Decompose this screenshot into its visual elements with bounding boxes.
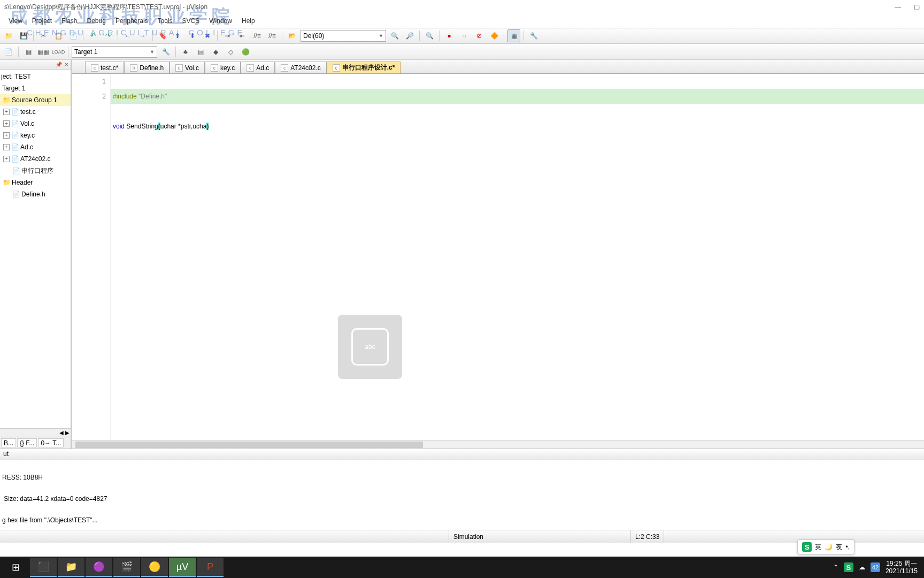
undo-button[interactable]: ↶	[87, 29, 99, 42]
build-output[interactable]: RESS: 10B8H Size: data=41.2 xdata=0 code…	[0, 460, 924, 530]
menu-help[interactable]: Help	[237, 16, 259, 26]
nav-back-button[interactable]: ←	[121, 29, 134, 42]
pin-icon[interactable]: 📌	[56, 62, 62, 67]
rebuild-button[interactable]: ▦▦	[37, 45, 50, 58]
breakpoint-toggle-button[interactable]: ●	[443, 29, 456, 42]
configure-button[interactable]: 🔧	[527, 29, 540, 42]
taskbar-app-explorer[interactable]: 📁	[58, 558, 84, 577]
sidebar-tab-functions[interactable]: {} F...	[17, 438, 37, 447]
expand-icon[interactable]: +	[3, 109, 10, 115]
translate-button[interactable]: 📄	[2, 45, 15, 58]
debug-button[interactable]: 🔍	[423, 29, 436, 42]
tray-chevron-icon[interactable]: ⌃	[833, 564, 838, 571]
tab-serial-c[interactable]: c串行口程序设计.c*	[327, 62, 401, 73]
tray-sogou-icon[interactable]: S	[844, 562, 853, 572]
window-layout-button[interactable]: ▦	[507, 29, 520, 42]
taskbar-app-player[interactable]: 🎬	[113, 558, 140, 577]
menu-project[interactable]: Project	[28, 16, 56, 26]
punct-icon[interactable]: •,	[845, 543, 850, 551]
bookmark-next-button[interactable]: ⬇	[186, 29, 199, 42]
tray-badge[interactable]: 42	[871, 562, 880, 572]
find-button[interactable]: 🔍	[388, 29, 401, 42]
batch-build-button[interactable]: LOAD	[52, 45, 65, 58]
lang-mode[interactable]: 英	[815, 543, 821, 552]
build-button[interactable]: ▦	[22, 45, 35, 58]
tree-project[interactable]: ject: TEST	[0, 71, 71, 82]
redo-button[interactable]: ↷	[102, 29, 114, 42]
minimize-button[interactable]: —	[895, 3, 901, 11]
target-combo[interactable]: Target 1 ▼	[72, 46, 157, 58]
taskbar-app-uvision[interactable]: µV	[169, 558, 196, 577]
tree-file[interactable]: +📄Vol.c	[0, 118, 71, 130]
menu-view[interactable]: View	[4, 16, 27, 26]
tree-header-group[interactable]: 📁Header	[0, 177, 71, 188]
bookmark-button[interactable]: 🔖	[156, 29, 169, 42]
tab-ad-c[interactable]: cAd.c	[241, 62, 275, 73]
outdent-button[interactable]: ⇤	[236, 29, 249, 42]
tab-test-c[interactable]: ctest.c*	[85, 62, 124, 73]
tree-file[interactable]: +📄AT24c02.c	[0, 153, 71, 165]
code-text[interactable]: #include "Define.h" void SendString(ucha…	[111, 74, 924, 440]
tree-file[interactable]: +📄key.c	[0, 130, 71, 141]
tab-key-c[interactable]: ckey.c	[205, 62, 241, 73]
indent-button[interactable]: ⇥	[221, 29, 234, 42]
taskbar-app-sublime[interactable]: 🟡	[141, 558, 168, 577]
menu-window[interactable]: Window	[205, 16, 236, 26]
close-icon[interactable]: ✕	[64, 62, 68, 67]
sidebar-tab-templates[interactable]: 0→ T...	[38, 438, 64, 447]
expand-icon[interactable]: +	[3, 132, 10, 139]
tree-file[interactable]: +📄Ad.c	[0, 141, 71, 153]
scroll-thumb[interactable]	[75, 442, 423, 448]
options-button[interactable]: 🔧	[159, 45, 172, 58]
open-button[interactable]: 📁	[2, 29, 15, 42]
tray-onedrive-icon[interactable]: ☁	[859, 564, 865, 571]
tree-target[interactable]: Target 1	[0, 82, 71, 94]
download-2-button[interactable]: ◇	[224, 45, 237, 58]
tab-vol-c[interactable]: cVol.c	[170, 62, 205, 73]
menu-svcs[interactable]: SVCS	[178, 16, 204, 26]
expand-icon[interactable]: +	[3, 156, 10, 162]
breakpoint-kill-button[interactable]: ⊘	[473, 29, 486, 42]
sidebar-tab-books[interactable]: B...	[1, 438, 16, 447]
breakpoint-window-button[interactable]: 🔶	[488, 29, 500, 42]
bookmark-prev-button[interactable]: ⬆	[171, 29, 184, 42]
sogou-icon[interactable]: S	[802, 542, 812, 552]
tree-source-group[interactable]: 📁Source Group 1	[0, 94, 71, 106]
menu-tools[interactable]: Tools	[153, 16, 177, 26]
manage-packs-button[interactable]: ♣	[179, 45, 192, 58]
search-combo[interactable]: Del(60) ▼	[301, 30, 386, 42]
start-button[interactable]: ⊞	[2, 558, 29, 577]
select-packs-button[interactable]: ▤	[194, 45, 207, 58]
tree-file[interactable]: 📄串行口程序	[0, 165, 71, 177]
download-button[interactable]: ◆	[209, 45, 222, 58]
maximize-button[interactable]: ▢	[914, 3, 920, 11]
uncomment-button[interactable]: //≡	[266, 29, 279, 42]
cut-button[interactable]: ✂	[37, 29, 50, 42]
tree-file[interactable]: 📄Define.h	[0, 188, 71, 200]
copy-button[interactable]: 📋	[52, 29, 65, 42]
bookmark-clear-button[interactable]: ✖	[201, 29, 214, 42]
taskbar-app-eclipse[interactable]: 🟣	[86, 558, 112, 577]
editor-hscroll[interactable]	[72, 440, 924, 448]
menu-debug[interactable]: Debug	[83, 16, 110, 26]
breakpoint-disable-button[interactable]: ○	[458, 29, 471, 42]
tray-clock[interactable]: 19:25 周一2021/11/15	[886, 560, 918, 575]
menu-flash[interactable]: Flash	[57, 16, 81, 26]
expand-icon[interactable]: +	[3, 120, 10, 127]
nav-fwd-button[interactable]: →	[136, 29, 149, 42]
menu-peripherals[interactable]: Peripherals	[111, 16, 152, 26]
language-bar[interactable]: S 英 🌙 夜 •,	[797, 539, 854, 554]
comment-button[interactable]: //≡	[251, 29, 264, 42]
find-in-files-button[interactable]: 🔎	[403, 29, 416, 42]
tab-at24c02-c[interactable]: cAT24c02.c	[275, 62, 326, 73]
sidebar-hscroll[interactable]: ◀ ▶	[0, 428, 71, 437]
tab-define-h[interactable]: hDefine.h	[124, 62, 170, 73]
project-tree[interactable]: ject: TEST Target 1 📁Source Group 1 +📄te…	[0, 70, 71, 428]
expand-icon[interactable]: +	[3, 144, 10, 150]
code-area[interactable]: 12 #include "Define.h" void SendString(u…	[72, 74, 924, 440]
pack-installer-button[interactable]: 🟢	[239, 45, 252, 58]
paste-button[interactable]: 📄	[67, 29, 80, 42]
taskbar-app-powerpoint[interactable]: P	[197, 558, 224, 577]
find-folder-button[interactable]: 📂	[286, 29, 298, 42]
taskbar-app-obs[interactable]: ⬛	[30, 558, 57, 577]
